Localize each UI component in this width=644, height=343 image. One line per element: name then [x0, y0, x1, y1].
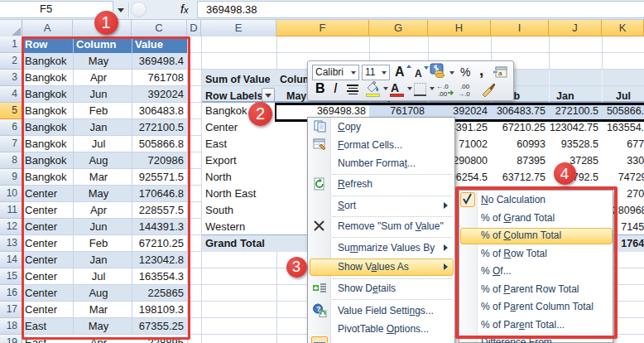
- svg-text:→.0: →.0: [458, 90, 470, 97]
- svg-text:←.0: ←.0: [436, 83, 449, 90]
- svg-text:.00: .00: [438, 90, 448, 97]
- svg-text:a: a: [498, 70, 502, 77]
- svg-text:.00: .00: [460, 83, 470, 90]
